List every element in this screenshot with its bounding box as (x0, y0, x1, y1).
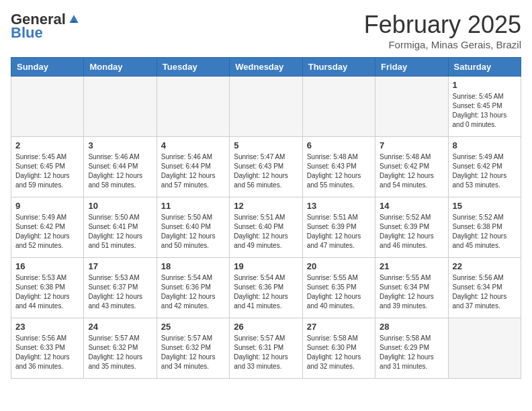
day-info: Sunrise: 5:54 AM Sunset: 6:36 PM Dayligh… (161, 273, 225, 311)
calendar-cell: 18Sunrise: 5:54 AM Sunset: 6:36 PM Dayli… (157, 258, 229, 318)
day-number: 16 (15, 261, 79, 271)
day-number: 12 (234, 201, 298, 211)
calendar-header-row: SundayMondayTuesdayWednesdayThursdayFrid… (11, 58, 521, 77)
logo-blue-text: Blue (11, 24, 43, 42)
month-title: February 2025 (364, 11, 521, 39)
day-number: 3 (88, 140, 152, 150)
calendar-cell (84, 77, 157, 137)
day-number: 4 (161, 140, 225, 150)
calendar-cell: 8Sunrise: 5:49 AM Sunset: 6:42 PM Daylig… (448, 137, 521, 197)
day-number: 21 (380, 261, 443, 271)
day-info: Sunrise: 5:46 AM Sunset: 6:44 PM Dayligh… (88, 152, 152, 190)
calendar-cell: 11Sunrise: 5:50 AM Sunset: 6:40 PM Dayli… (157, 197, 229, 258)
calendar-cell: 13Sunrise: 5:51 AM Sunset: 6:39 PM Dayli… (302, 197, 375, 258)
day-number: 9 (15, 201, 79, 211)
calendar-cell: 2Sunrise: 5:45 AM Sunset: 6:45 PM Daylig… (11, 137, 84, 197)
day-info: Sunrise: 5:52 AM Sunset: 6:39 PM Dayligh… (380, 213, 443, 250)
day-number: 10 (88, 201, 152, 211)
calendar-cell: 21Sunrise: 5:55 AM Sunset: 6:34 PM Dayli… (375, 258, 448, 318)
day-number: 26 (234, 322, 298, 332)
calendar-cell: 28Sunrise: 5:58 AM Sunset: 6:29 PM Dayli… (375, 318, 448, 379)
calendar-cell: 5Sunrise: 5:47 AM Sunset: 6:43 PM Daylig… (230, 137, 302, 197)
calendar-cell (230, 77, 302, 137)
day-info: Sunrise: 5:49 AM Sunset: 6:42 PM Dayligh… (453, 152, 517, 190)
day-number: 23 (15, 322, 79, 332)
calendar-cell: 20Sunrise: 5:55 AM Sunset: 6:35 PM Dayli… (302, 258, 375, 318)
calendar-cell: 19Sunrise: 5:54 AM Sunset: 6:36 PM Dayli… (230, 258, 302, 318)
day-info: Sunrise: 5:55 AM Sunset: 6:34 PM Dayligh… (380, 273, 443, 311)
calendar-cell: 24Sunrise: 5:57 AM Sunset: 6:32 PM Dayli… (84, 318, 157, 379)
day-info: Sunrise: 5:47 AM Sunset: 6:43 PM Dayligh… (234, 152, 298, 190)
day-info: Sunrise: 5:48 AM Sunset: 6:42 PM Dayligh… (380, 152, 443, 190)
logo: General Blue (11, 11, 81, 42)
location-text: Formiga, Minas Gerais, Brazil (364, 39, 521, 50)
weekday-header-wednesday: Wednesday (230, 58, 302, 77)
day-info: Sunrise: 5:50 AM Sunset: 6:40 PM Dayligh… (161, 213, 225, 250)
calendar-week-3: 9Sunrise: 5:49 AM Sunset: 6:42 PM Daylig… (11, 197, 521, 258)
weekday-header-saturday: Saturday (448, 58, 521, 77)
calendar-week-5: 23Sunrise: 5:56 AM Sunset: 6:33 PM Dayli… (11, 318, 521, 379)
calendar-cell (11, 77, 84, 137)
calendar-table: SundayMondayTuesdayWednesdayThursdayFrid… (11, 57, 521, 379)
day-number: 20 (307, 261, 371, 271)
weekday-header-tuesday: Tuesday (157, 58, 229, 77)
day-number: 18 (161, 261, 225, 271)
day-number: 6 (307, 140, 371, 150)
day-number: 5 (234, 140, 298, 150)
calendar-cell: 14Sunrise: 5:52 AM Sunset: 6:39 PM Dayli… (375, 197, 448, 258)
page-header: General Blue February 2025 Formiga, Mina… (11, 11, 521, 50)
day-info: Sunrise: 5:58 AM Sunset: 6:29 PM Dayligh… (380, 334, 443, 371)
calendar-cell: 16Sunrise: 5:53 AM Sunset: 6:38 PM Dayli… (11, 258, 84, 318)
calendar-cell (157, 77, 229, 137)
day-info: Sunrise: 5:45 AM Sunset: 6:45 PM Dayligh… (453, 92, 517, 130)
calendar-cell: 9Sunrise: 5:49 AM Sunset: 6:42 PM Daylig… (11, 197, 84, 258)
calendar-cell: 6Sunrise: 5:48 AM Sunset: 6:43 PM Daylig… (302, 137, 375, 197)
day-info: Sunrise: 5:54 AM Sunset: 6:36 PM Dayligh… (234, 273, 298, 311)
day-info: Sunrise: 5:52 AM Sunset: 6:38 PM Dayligh… (453, 213, 517, 250)
day-info: Sunrise: 5:56 AM Sunset: 6:33 PM Dayligh… (15, 334, 79, 371)
day-number: 14 (380, 201, 443, 211)
day-number: 11 (161, 201, 225, 211)
weekday-header-monday: Monday (84, 58, 157, 77)
calendar-cell: 25Sunrise: 5:57 AM Sunset: 6:32 PM Dayli… (157, 318, 229, 379)
calendar-cell: 7Sunrise: 5:48 AM Sunset: 6:42 PM Daylig… (375, 137, 448, 197)
day-number: 28 (380, 322, 443, 332)
day-info: Sunrise: 5:57 AM Sunset: 6:32 PM Dayligh… (161, 334, 225, 371)
day-number: 1 (453, 80, 517, 90)
day-info: Sunrise: 5:51 AM Sunset: 6:40 PM Dayligh… (234, 213, 298, 250)
weekday-header-sunday: Sunday (11, 58, 84, 77)
day-number: 7 (380, 140, 443, 150)
day-number: 13 (307, 201, 371, 211)
day-info: Sunrise: 5:49 AM Sunset: 6:42 PM Dayligh… (15, 213, 79, 250)
day-info: Sunrise: 5:57 AM Sunset: 6:32 PM Dayligh… (88, 334, 152, 371)
calendar-cell: 1Sunrise: 5:45 AM Sunset: 6:45 PM Daylig… (448, 77, 521, 137)
calendar-cell: 27Sunrise: 5:58 AM Sunset: 6:30 PM Dayli… (302, 318, 375, 379)
calendar-cell (448, 318, 521, 379)
calendar-cell (375, 77, 448, 137)
calendar-cell: 10Sunrise: 5:50 AM Sunset: 6:41 PM Dayli… (84, 197, 157, 258)
day-number: 22 (453, 261, 517, 271)
day-info: Sunrise: 5:58 AM Sunset: 6:30 PM Dayligh… (307, 334, 371, 371)
day-info: Sunrise: 5:50 AM Sunset: 6:41 PM Dayligh… (88, 213, 152, 250)
calendar-cell: 4Sunrise: 5:46 AM Sunset: 6:44 PM Daylig… (157, 137, 229, 197)
day-number: 8 (453, 140, 517, 150)
day-number: 27 (307, 322, 371, 332)
weekday-header-friday: Friday (375, 58, 448, 77)
day-info: Sunrise: 5:45 AM Sunset: 6:45 PM Dayligh… (15, 152, 79, 190)
calendar-week-1: 1Sunrise: 5:45 AM Sunset: 6:45 PM Daylig… (11, 77, 521, 137)
calendar-cell: 15Sunrise: 5:52 AM Sunset: 6:38 PM Dayli… (448, 197, 521, 258)
day-info: Sunrise: 5:53 AM Sunset: 6:38 PM Dayligh… (15, 273, 79, 311)
calendar-cell: 23Sunrise: 5:56 AM Sunset: 6:33 PM Dayli… (11, 318, 84, 379)
day-number: 19 (234, 261, 298, 271)
calendar-cell: 17Sunrise: 5:53 AM Sunset: 6:37 PM Dayli… (84, 258, 157, 318)
calendar-cell: 3Sunrise: 5:46 AM Sunset: 6:44 PM Daylig… (84, 137, 157, 197)
day-info: Sunrise: 5:51 AM Sunset: 6:39 PM Dayligh… (307, 213, 371, 250)
day-info: Sunrise: 5:53 AM Sunset: 6:37 PM Dayligh… (88, 273, 152, 311)
day-info: Sunrise: 5:46 AM Sunset: 6:44 PM Dayligh… (161, 152, 225, 190)
calendar-week-4: 16Sunrise: 5:53 AM Sunset: 6:38 PM Dayli… (11, 258, 521, 318)
day-number: 24 (88, 322, 152, 332)
calendar-cell (302, 77, 375, 137)
day-number: 2 (15, 140, 79, 150)
day-info: Sunrise: 5:48 AM Sunset: 6:43 PM Dayligh… (307, 152, 371, 190)
day-info: Sunrise: 5:56 AM Sunset: 6:34 PM Dayligh… (453, 273, 517, 311)
